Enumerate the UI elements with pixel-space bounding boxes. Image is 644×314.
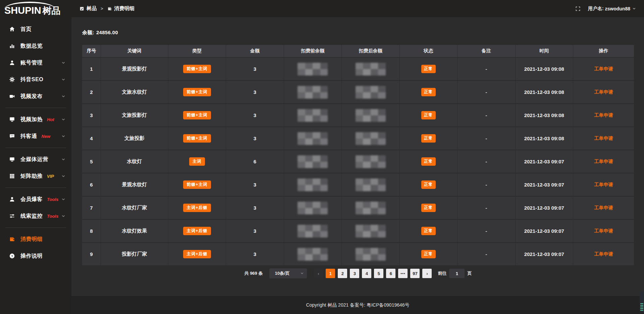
remark-value: - [485, 66, 487, 72]
ticket-request-link[interactable]: 工单申请 [594, 112, 613, 118]
bar-chart-icon [9, 43, 15, 49]
total-count: 共 969 条 [245, 270, 263, 276]
sidebar-item-首页[interactable]: 首页 [0, 21, 71, 38]
breadcrumb-separator: > [101, 6, 103, 11]
page-ellipsis-button[interactable]: ••• [398, 269, 408, 278]
balance-label: 余额: [82, 30, 94, 35]
user-menu[interactable]: 用户名: zswodun88 [588, 6, 636, 12]
sidebar-item-视频发布[interactable]: 视频发布 [0, 88, 71, 105]
ticket-request-link[interactable]: 工单申请 [594, 89, 613, 95]
type-badge: 主词+后缀 [183, 204, 211, 212]
cell-keyword: 水纹灯厂家 [101, 197, 168, 220]
side-scroll-widget[interactable] [640, 292, 644, 312]
cell-keyword: 文旅水纹灯 [101, 81, 168, 104]
remark-value: - [485, 159, 487, 164]
page-button-3[interactable]: 3 [350, 269, 359, 278]
page-button-active[interactable]: 1 [326, 269, 335, 278]
cell-time: 2021-12-03 09:08 [516, 58, 574, 81]
sidebar-item-tag: VIP [47, 174, 54, 179]
page-size-select[interactable]: 10条/页 [269, 268, 307, 278]
cell-action: 工单申请 [573, 173, 634, 197]
cell-balance-after [342, 243, 399, 266]
next-page-button[interactable]: › [422, 269, 432, 278]
table-row: 8水纹灯效果主词+后缀3正常-2021-12-03 09:07工单申请 [82, 220, 634, 243]
member-icon [9, 196, 15, 203]
status-badge: 正常 [421, 227, 436, 235]
ticket-request-link[interactable]: 工单申请 [594, 205, 613, 210]
sidebar-item-label: 视频加热 [20, 116, 43, 123]
pagination: 共 969 条 10条/页 ‹ 123456•••97 › 前往 页 [82, 268, 634, 278]
sidebar-item-视频加热[interactable]: 视频加热 Hot [0, 111, 71, 128]
cell-amount: 3 [226, 220, 284, 243]
page-button-2[interactable]: 2 [338, 269, 347, 278]
sidebar-item-会员爆客[interactable]: 会员爆客 Tools [0, 191, 71, 208]
cell-time: 2021-12-03 09:07 [516, 197, 574, 220]
breadcrumb-item-home[interactable]: 树品 [87, 5, 97, 12]
column-header: 金额 [226, 45, 284, 58]
status-badge: 正常 [421, 180, 436, 189]
fullscreen-icon[interactable] [575, 6, 581, 11]
sidebar-item-消费明细[interactable]: 消费明细 [0, 231, 71, 248]
cell-index: 8 [82, 220, 101, 243]
main-column: 树品 > 消费明细 用户名: zswodun88 余额:24856.00 序号关… [71, 0, 644, 314]
type-badge: 前缀+主词 [183, 134, 211, 143]
page-buttons: 123456•••97 [324, 269, 421, 278]
page-button-6[interactable]: 6 [386, 269, 395, 278]
prev-page-button[interactable]: ‹ [314, 269, 323, 278]
chevron-down-icon [61, 214, 65, 218]
ticket-request-link[interactable]: 工单申请 [594, 251, 613, 257]
cell-balance-after [342, 197, 399, 220]
ticket-request-link[interactable]: 工单申请 [594, 228, 613, 233]
remark-value: - [485, 89, 487, 95]
censored-balance [298, 86, 328, 99]
sidebar-item-label: 消费明细 [20, 236, 43, 243]
sidebar-item-数据总览[interactable]: 数据总览 [0, 38, 71, 54]
type-badge: 主词+后缀 [183, 227, 211, 235]
svg-text:?: ? [11, 254, 13, 258]
remark-value: - [485, 182, 487, 188]
cell-action: 工单申请 [573, 81, 634, 104]
cell-remark: - [458, 150, 515, 173]
page-button-4[interactable]: 4 [362, 269, 371, 278]
ticket-request-link[interactable]: 工单申请 [594, 136, 613, 141]
page-button-5[interactable]: 5 [374, 269, 383, 278]
cell-balance-before [284, 58, 342, 81]
chevron-down-icon [61, 197, 65, 201]
cell-amount: 3 [226, 127, 284, 150]
censored-balance [298, 202, 328, 214]
sidebar-item-抖音SEO[interactable]: 抖音SEO [0, 71, 71, 88]
sidebar-item-label: 线索监控 [20, 213, 43, 220]
cell-balance-before [284, 81, 342, 104]
cell-balance-after [342, 220, 399, 243]
cell-time: 2021-12-03 09:07 [516, 173, 574, 197]
ticket-request-link[interactable]: 工单申请 [594, 182, 613, 187]
ticket-request-link[interactable]: 工单申请 [594, 159, 613, 164]
ticket-request-link[interactable]: 工单申请 [594, 66, 613, 71]
goto-page-input[interactable] [449, 269, 465, 278]
page-button-97[interactable]: 97 [410, 269, 420, 278]
cell-index: 3 [82, 104, 101, 127]
sidebar-item-线索监控[interactable]: 线索监控 Tools [0, 208, 71, 224]
sidebar-item-全媒体运营[interactable]: 全媒体运营 [0, 151, 71, 168]
logo-cn: 树品 [43, 6, 61, 16]
cell-balance-before [284, 173, 342, 197]
balance: 余额:24856.00 [82, 30, 634, 36]
sidebar-item-操作说明[interactable]: ? 操作说明 [0, 248, 71, 264]
censored-balance [298, 248, 328, 261]
sidebar-item-矩阵助推[interactable]: 矩阵助推 VIP [0, 168, 71, 185]
type-badge: 前缀+主词 [183, 65, 211, 73]
cell-remark: - [458, 81, 515, 104]
breadcrumb: 树品 > 消费明细 [79, 5, 135, 12]
cell-action: 工单申请 [573, 58, 634, 81]
cell-amount: 3 [226, 197, 284, 220]
table-row: 2文旅水纹灯前缀+主词3正常-2021-12-03 09:08工单申请 [82, 81, 634, 104]
sidebar-item-账号管理[interactable]: 账号管理 [0, 54, 71, 71]
censored-balance [356, 63, 386, 75]
brand-logo[interactable]: SHUPIN树品 [0, 0, 71, 17]
sidebar-item-抖客通[interactable]: 抖客通 New [0, 128, 71, 145]
censored-balance [356, 109, 386, 122]
logo-en: SHUPIN [4, 5, 41, 16]
cell-action: 工单申请 [573, 220, 634, 243]
table-body: 1景观投影灯前缀+主词3正常-2021-12-03 09:08工单申请2文旅水纹… [82, 58, 634, 266]
type-badge: 主词 [189, 157, 205, 166]
